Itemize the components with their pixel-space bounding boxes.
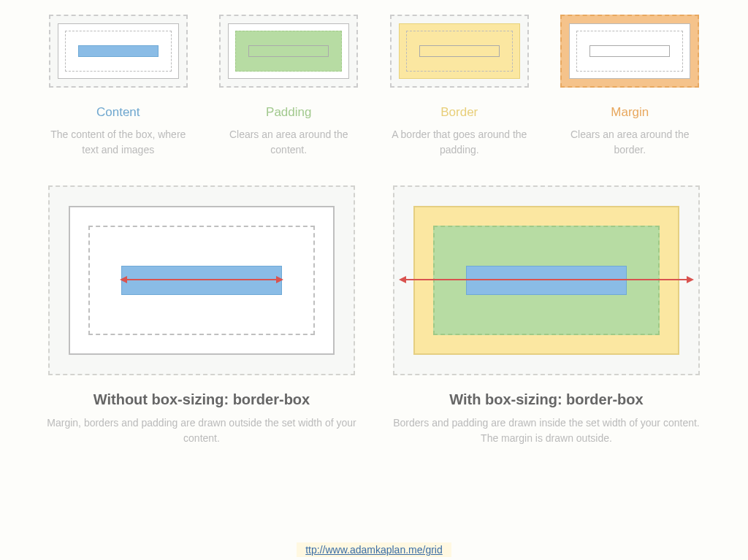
box-model-diagram-margin [560,15,699,88]
with-title: With box-sizing: border-box [389,391,704,408]
with-desc: Borders and padding are drawn inside the… [389,415,704,446]
box-model-cards-row: Content The content of the box, where te… [44,15,704,158]
page: Content The content of the box, where te… [0,0,748,446]
card-title-content: Content [44,105,193,120]
card-desc-content: The content of the box, where text and i… [44,127,193,158]
card-desc-margin: Clears an area around the border. [556,127,705,158]
card-desc-border: A border that goes around the padding. [385,127,534,158]
width-arrow-icon [121,279,282,280]
box-model-diagram-padding [219,15,358,88]
card-margin: Margin Clears an area around the border. [556,15,705,158]
source-url-link[interactable]: ttp://www.adamkaplan.me/grid [297,542,451,557]
width-arrow-icon [400,279,692,280]
without-box-sizing-card: Without box-sizing: border-box Margin, b… [44,185,359,446]
with-box-sizing-diagram [393,185,700,375]
card-title-margin: Margin [556,105,705,120]
card-content: Content The content of the box, where te… [44,15,193,158]
card-padding: Padding Clears an area around the conten… [215,15,364,158]
card-title-padding: Padding [215,105,364,120]
with-box-sizing-card: With box-sizing: border-box Borders and … [389,185,704,446]
card-desc-padding: Clears an area around the content. [215,127,364,158]
box-sizing-comparison-row: Without box-sizing: border-box Margin, b… [44,185,704,446]
card-title-border: Border [385,105,534,120]
card-border: Border A border that goes around the pad… [385,15,534,158]
without-desc: Margin, borders and padding are drawn ou… [44,415,359,446]
footer-source-link: ttp://www.adamkaplan.me/grid [0,544,748,556]
without-title: Without box-sizing: border-box [44,391,359,408]
box-model-diagram-content [49,15,188,88]
box-model-diagram-border [390,15,529,88]
without-box-sizing-diagram [48,185,355,375]
